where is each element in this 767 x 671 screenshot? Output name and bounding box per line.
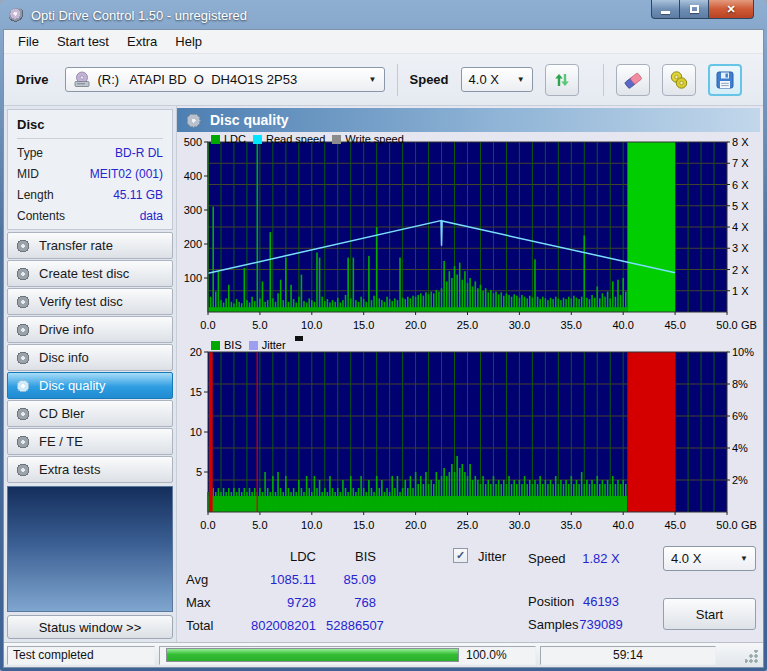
sidebar-item-label: Extra tests	[39, 462, 100, 477]
jitter-checkbox-label: Jitter	[478, 549, 506, 564]
disc-type-value: BD-R DL	[115, 146, 163, 160]
legend-label: LDC	[224, 133, 246, 145]
svg-text:8%: 8%	[732, 378, 748, 390]
status-window-button[interactable]: Status window >>	[7, 615, 173, 639]
svg-text:6 X: 6 X	[732, 179, 749, 191]
elapsed-time: 59:14	[613, 648, 643, 662]
svg-text:6%: 6%	[732, 410, 748, 422]
disc-type-row: Type BD-R DL	[17, 146, 163, 160]
sidebar-item-drive-info[interactable]: Drive info	[7, 316, 173, 343]
legend-label: Read speed	[266, 133, 325, 145]
discs-button[interactable]	[662, 64, 696, 96]
minimize-button[interactable]	[651, 0, 680, 19]
disc-icon	[16, 323, 30, 337]
window-title: Opti Drive Control 1.50 - unregistered	[31, 8, 247, 23]
svg-text:10: 10	[190, 426, 202, 438]
svg-text:10%: 10%	[732, 346, 754, 358]
app-frame: File Start test Extra Help Drive (R:) AT…	[3, 29, 764, 668]
sidebar-item-extra-tests[interactable]: Extra tests	[7, 456, 173, 483]
chevron-down-icon: ▼	[511, 75, 525, 84]
disc-mid-label: MID	[17, 167, 39, 181]
svg-text:10.0: 10.0	[301, 519, 322, 531]
separator	[603, 64, 604, 96]
test-speed-select[interactable]: 4.0 X ▼	[663, 546, 756, 571]
sidebar-item-transfer-rate[interactable]: Transfer rate	[7, 232, 173, 259]
progress-panel: 100.0%	[159, 646, 536, 665]
sidebar-item-label: Create test disc	[39, 266, 129, 281]
svg-text:20.0: 20.0	[405, 319, 426, 331]
sidebar-item-verify-test-disc[interactable]: Verify test disc	[7, 288, 173, 315]
bis-column-header: BIS	[326, 549, 376, 564]
max-ldc-value: 9728	[241, 595, 316, 610]
discs-icon	[668, 69, 690, 91]
svg-text:5.0: 5.0	[252, 519, 267, 531]
sidebar-item-label: Verify test disc	[39, 294, 123, 309]
page-title: Disc quality	[210, 112, 289, 128]
svg-text:10.0: 10.0	[301, 319, 322, 331]
status-text-panel: Test completed	[7, 646, 155, 665]
sidebar-item-label: CD Bler	[39, 406, 85, 421]
bis-jitter-chart-legend: BISJitter	[211, 339, 303, 351]
svg-text:200: 200	[184, 238, 202, 250]
app-icon	[9, 8, 25, 24]
svg-text:GB: GB	[741, 319, 757, 331]
svg-text:30.0: 30.0	[509, 319, 530, 331]
drive-select[interactable]: (R:) ATAPI BD O DH4O1S 2P53 ▼	[65, 67, 385, 92]
refresh-speeds-button[interactable]	[545, 64, 579, 96]
speed-select[interactable]: 4.0 X ▼	[461, 67, 533, 92]
svg-text:2%: 2%	[732, 474, 748, 486]
progress-percent: 100.0%	[466, 648, 507, 662]
drive-icon	[73, 71, 91, 88]
svg-text:15.0: 15.0	[353, 519, 374, 531]
legend-label: BIS	[224, 339, 242, 351]
elapsed-time-panel: 59:14	[540, 646, 716, 665]
sidebar-item-disc-quality[interactable]: Disc quality	[7, 372, 173, 399]
svg-text:45.0: 45.0	[664, 319, 685, 331]
menubar: File Start test Extra Help	[4, 30, 763, 54]
svg-text:25.0: 25.0	[457, 519, 478, 531]
sidebar-item-label: Transfer rate	[39, 238, 113, 253]
close-button[interactable]: ✕	[709, 0, 754, 19]
statusbar: Test completed 100.0% 59:14	[4, 642, 763, 667]
svg-text:5.0: 5.0	[252, 319, 267, 331]
svg-text:4 X: 4 X	[732, 221, 749, 233]
menu-help[interactable]: Help	[166, 30, 211, 53]
main-area: Disc Type BD-R DL MID MEIT02 (001) Lengt…	[4, 106, 763, 642]
start-button[interactable]: Start	[663, 598, 756, 630]
svg-text:50.0: 50.0	[716, 519, 737, 531]
erase-disc-button[interactable]	[616, 64, 650, 96]
total-bis-value: 52886507	[326, 618, 376, 633]
sidebar-item-disc-info[interactable]: Disc info	[7, 344, 173, 371]
avg-bis-value: 85.09	[326, 572, 376, 587]
results-panel: LDC BIS Avg 1085.11 85.09 Max 9728 768 T…	[177, 546, 763, 644]
menu-file[interactable]: File	[9, 30, 48, 53]
svg-text:400: 400	[184, 170, 202, 182]
save-button[interactable]	[708, 64, 742, 96]
disc-mid-row: MID MEIT02 (001)	[17, 167, 163, 181]
sidebar-item-create-test-disc[interactable]: Create test disc	[7, 260, 173, 287]
legend-swatch	[253, 135, 262, 144]
svg-text:50.0: 50.0	[716, 319, 737, 331]
chevron-down-icon: ▼	[734, 554, 748, 563]
sidebar-item-label: Disc quality	[39, 378, 105, 393]
maximize-icon	[690, 5, 699, 13]
disc-mid-value: MEIT02 (001)	[90, 167, 163, 181]
legend-label: Jitter	[262, 339, 286, 351]
sidebar-item-cd-bler[interactable]: CD Bler	[7, 400, 173, 427]
svg-text:8 X: 8 X	[732, 136, 749, 148]
disc-contents-value: data	[140, 209, 163, 223]
maximize-button[interactable]	[680, 0, 709, 19]
legend-label: Write speed	[345, 133, 404, 145]
svg-text:7 X: 7 X	[732, 157, 749, 169]
menu-extra[interactable]: Extra	[118, 30, 166, 53]
close-icon: ✕	[726, 3, 735, 16]
resize-grip[interactable]	[745, 650, 758, 663]
progress-fill	[167, 649, 458, 661]
sidebar-item-fe-te[interactable]: FE / TE	[7, 428, 173, 455]
sidebar-item-label: FE / TE	[39, 434, 83, 449]
menu-start-test[interactable]: Start test	[48, 30, 118, 53]
minimize-icon	[661, 11, 670, 14]
disc-icon	[16, 267, 30, 281]
disc-icon	[16, 295, 30, 309]
jitter-checkbox[interactable]: ✓	[453, 548, 468, 563]
